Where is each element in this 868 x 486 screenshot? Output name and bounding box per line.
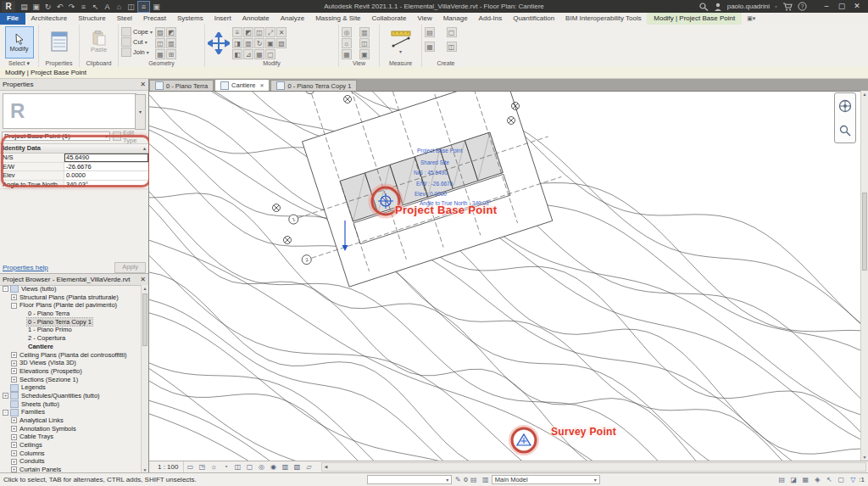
browser-item-cantiere[interactable]: Cantiere [0,343,142,351]
sync-icon[interactable]: ↻ [42,2,53,12]
expand-icon[interactable]: + [11,352,17,358]
press-drag-icon[interactable]: ▢ [836,475,846,484]
copy-icon[interactable]: ◫ [254,27,264,37]
properties-close-icon[interactable]: ✕ [140,81,146,88]
browser-item-analytical-links[interactable]: +Analytical Links [0,416,142,425]
filter-icon[interactable]: ▽ [848,475,858,484]
tab-massing-site[interactable]: Massing & Site [310,13,366,25]
identity-data-section[interactable]: Identity Data ▴ [0,143,148,154]
detail-level-icon[interactable]: ▭ [185,462,195,472]
expand-icon[interactable]: + [11,442,17,448]
tab-annotate[interactable]: Annotate [236,13,275,25]
property-value[interactable]: 340.03° [64,181,148,189]
browser-item-elevations-prospetto[interactable]: +Elevations (Prospetto) [0,367,142,376]
array-icon[interactable]: ▦ [254,49,264,59]
steering-wheel-icon[interactable] [838,99,852,113]
expand-icon[interactable]: + [11,450,17,456]
expand-icon[interactable]: + [11,459,17,465]
beam-joins-icon[interactable]: ◫ [155,38,165,48]
panel-label-modify[interactable]: Modify [205,59,338,67]
apply-button[interactable]: Apply [114,262,146,273]
rotate-icon[interactable]: ↻ [254,38,264,48]
app-store-icon[interactable] [782,3,793,11]
browser-item-floor-plans-piante-del-pavimento[interactable]: -Floor Plans (Piante del pavimento) [0,301,142,310]
reveal-hidden-icon[interactable]: ◉ [268,462,278,472]
match-icon[interactable]: ▧ [276,38,287,48]
modify-arrow-icon[interactable]: ↖ [90,2,101,12]
pin-icon[interactable]: ▣ [265,38,275,48]
windows-icon[interactable]: ▣ [359,49,370,59]
save-icon[interactable]: ▣ [31,2,42,12]
collapse-icon[interactable]: - [3,410,8,416]
type-selector-chevron-icon[interactable]: ▾ [135,94,146,130]
browser-item-legends[interactable]: Legends [0,383,142,392]
sun-path-icon[interactable]: ☼ [209,462,219,472]
show-crop-icon[interactable]: ▢ [244,462,254,472]
tab-modify-contextual[interactable]: Modify | Project Base Point [647,13,742,25]
render-gallery-icon[interactable]: ▦ [342,49,352,59]
project-browser-close-icon[interactable]: ✕ [140,276,146,283]
view-scale-button[interactable]: 1 : 100 [149,461,184,472]
tab-insert[interactable]: Insert [209,13,236,25]
paste-button[interactable]: Paste [86,26,113,57]
drawing-canvas[interactable]: ABCDE12 [149,91,868,461]
scroll-up-icon[interactable]: ▲ [142,285,148,292]
revit-logo-icon[interactable]: R [2,1,15,12]
help-icon[interactable]: ? [798,2,807,11]
view-templates-icon[interactable]: ▥ [359,27,370,37]
expand-icon[interactable]: + [11,426,17,432]
close-view-icon[interactable]: ✕ [259,82,264,88]
maximize-button[interactable]: ▢ [834,1,849,12]
scroll-up-icon[interactable]: ▲ [861,91,868,98]
expand-icon[interactable]: + [11,377,17,383]
tab-bim-interoperability-tools[interactable]: BIM Interoperability Tools [560,13,648,25]
temporary-view-icon[interactable]: ▥ [280,462,290,472]
constraints-icon[interactable]: ▱ [303,462,314,472]
tab-collaborate[interactable]: Collaborate [366,13,412,25]
schedules-icon[interactable]: ▦ [425,42,435,52]
cut-button[interactable]: Cut▾ [121,36,153,47]
user-menu-chevron-icon[interactable]: ▾ [775,3,777,9]
section-icon[interactable]: ◫ [125,2,136,12]
worksharing-icon[interactable]: ▧ [292,462,302,472]
browser-item-1-piano-primo[interactable]: 1 - Piano Primo [0,326,142,334]
editing-requests-icon[interactable]: ◪ [788,475,798,484]
tab-steel[interactable]: Steel [111,13,137,25]
tab-file[interactable]: File [0,13,25,25]
active-workset-icon[interactable]: ▥ [481,475,491,484]
panel-label-measure[interactable]: Measure [380,59,421,67]
print-icon[interactable]: ≡ [78,2,89,12]
expand-icon[interactable]: + [11,434,17,440]
browser-item-structural-plans-pianta-strutturale[interactable]: +Structural Plans (Pianta strutturale) [0,293,142,302]
browser-item-families[interactable]: -Families [0,408,142,416]
browser-item-columns[interactable]: +Columns [0,450,142,458]
view-tab-0-piano-terra[interactable]: 0 - Piano Terra [149,80,214,91]
expand-icon[interactable]: + [11,368,17,374]
panel-label-geometry[interactable]: Geometry [119,59,204,67]
user-icon[interactable] [714,3,722,11]
browser-item-schedules-quantities-tutto[interactable]: +Schedules/Quantities (tutto) [0,392,142,400]
panel-label-properties[interactable]: Properties [39,59,79,67]
legend-component-icon[interactable]: ▤ [425,27,435,37]
wall-joins-icon[interactable]: ▨ [155,27,165,37]
edit-type-button[interactable]: Edit Type [113,129,147,144]
view-tab-0-piano-terra-copy-1[interactable]: 0 - Piano Terra Copy 1 [270,80,357,91]
collapse-icon[interactable]: - [11,303,17,309]
undo-icon[interactable]: ↶ [54,2,65,12]
active-workset-combo[interactable]: Main Model▾ [492,475,600,484]
offset-icon[interactable]: ◨ [232,38,242,48]
tab-architecture[interactable]: Architecture [25,13,73,25]
select-toggle-icon[interactable]: ↖ [824,475,834,484]
vertical-scrollbar[interactable]: ▲ ▼ [860,91,868,461]
central-model-icon[interactable]: ▦ [800,475,810,484]
browser-item-sheets-tutto[interactable]: Sheets (tutto) [0,400,142,409]
scale-icon[interactable]: ⤢ [265,27,275,37]
join-button[interactable]: Join▾ [121,47,153,57]
delete-icon[interactable]: ✕ [276,27,287,37]
unjoin-icon[interactable]: ⊞ [166,49,176,59]
ribbon-display-toggle-icon[interactable]: ▣▾ [747,13,755,25]
sync-status-icon[interactable]: ◈ [812,475,822,484]
default-3d-icon[interactable]: ⌂ [114,2,125,12]
property-value[interactable]: 45.6490 [64,154,148,162]
browser-item-sections-sezione-1[interactable]: +Sections (Sezione 1) [0,376,142,384]
